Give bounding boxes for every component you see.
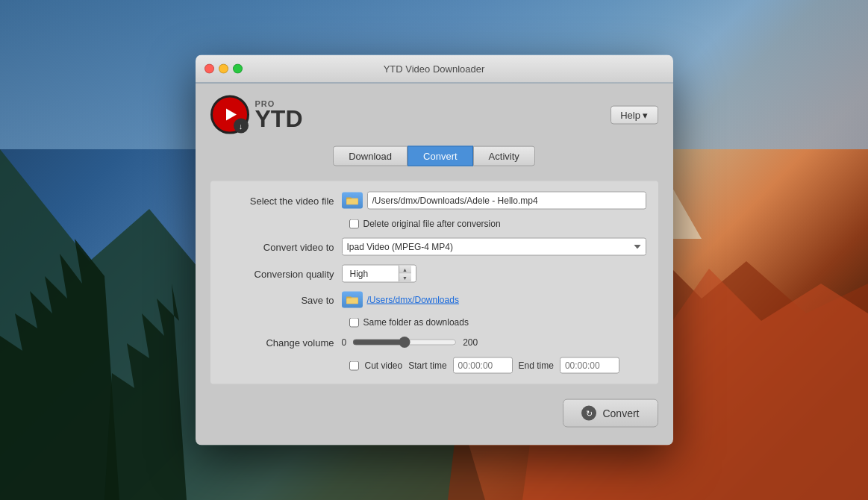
convert-icon: ↻ bbox=[581, 406, 596, 421]
form-section: Select the video file Delete original f bbox=[210, 181, 658, 384]
same-folder-checkbox[interactable] bbox=[349, 317, 359, 327]
convert-to-row: Convert video to Ipad Video (MPEG-4 MP4)… bbox=[222, 238, 646, 256]
convert-to-select[interactable]: Ipad Video (MPEG-4 MP4) MP3 Audio AVI Vi… bbox=[342, 238, 646, 256]
stepper-arrows: ▲ ▼ bbox=[399, 266, 411, 282]
volume-min: 0 bbox=[342, 337, 347, 348]
download-arrow-icon: ↓ bbox=[234, 119, 249, 134]
volume-max: 200 bbox=[463, 337, 478, 348]
logo-ytd-label: YTD bbox=[255, 107, 303, 131]
title-bar: YTD Video Downloader bbox=[196, 55, 673, 84]
tab-activity[interactable]: Activity bbox=[473, 146, 535, 166]
quality-content: High ▲ ▼ bbox=[342, 265, 646, 283]
file-path-input[interactable] bbox=[367, 192, 646, 210]
cut-video-checkbox[interactable] bbox=[349, 360, 359, 370]
svg-rect-12 bbox=[347, 299, 357, 304]
save-to-content: /Users/dmx/Downloads bbox=[342, 292, 646, 308]
help-button[interactable]: Help ▾ bbox=[611, 105, 658, 124]
end-time-input[interactable] bbox=[560, 357, 619, 374]
end-time-label: End time bbox=[519, 360, 554, 371]
quality-value: High bbox=[347, 269, 399, 279]
start-time-label: Start time bbox=[408, 360, 446, 371]
save-to-label: Save to bbox=[222, 294, 342, 305]
window-header: ↓ PRO YTD Help ▾ bbox=[210, 96, 658, 134]
convert-button[interactable]: ↻ Convert bbox=[563, 399, 658, 428]
file-select-row: Select the video file bbox=[222, 192, 646, 210]
maximize-button[interactable] bbox=[233, 64, 243, 74]
tab-download[interactable]: Download bbox=[333, 146, 408, 166]
quality-stepper: High ▲ ▼ bbox=[342, 265, 416, 283]
logo-icon: ↓ bbox=[210, 96, 249, 134]
quality-row: Conversion quality High ▲ ▼ bbox=[222, 265, 646, 283]
cut-video-label: Cut video bbox=[365, 360, 403, 371]
tab-convert[interactable]: Convert bbox=[408, 146, 473, 166]
close-button[interactable] bbox=[204, 64, 214, 74]
stepper-up[interactable]: ▲ bbox=[399, 266, 411, 274]
logo-text: PRO YTD bbox=[255, 99, 303, 131]
stepper-down[interactable]: ▼ bbox=[399, 274, 411, 282]
convert-button-row: ↻ Convert bbox=[210, 399, 658, 428]
file-select-label: Select the video file bbox=[222, 195, 342, 206]
quality-label: Conversion quality bbox=[222, 268, 342, 279]
delete-original-row: Delete original file after conversion bbox=[349, 219, 646, 229]
file-browse-button[interactable] bbox=[342, 193, 363, 209]
convert-button-label: Convert bbox=[602, 407, 639, 419]
window-body: ↓ PRO YTD Help ▾ Download Convert Activi… bbox=[196, 84, 673, 446]
cut-video-row: Cut video Start time End time bbox=[349, 357, 646, 374]
app-window: YTD Video Downloader ↓ PRO YTD Help ▾ bbox=[196, 55, 673, 446]
save-browse-button[interactable] bbox=[342, 292, 363, 308]
minimize-button[interactable] bbox=[219, 64, 228, 74]
same-folder-label: Same folder as downloads bbox=[363, 317, 469, 328]
logo-area: ↓ PRO YTD bbox=[210, 96, 303, 134]
window-title: YTD Video Downloader bbox=[384, 63, 485, 75]
tab-bar: Download Convert Activity bbox=[210, 146, 658, 166]
start-time-input[interactable] bbox=[453, 357, 513, 374]
traffic-lights bbox=[204, 64, 243, 74]
save-path-link[interactable]: /Users/dmx/Downloads bbox=[367, 295, 459, 305]
volume-row: Change volume 0 200 bbox=[222, 337, 646, 349]
delete-original-checkbox[interactable] bbox=[349, 219, 359, 228]
save-to-row: Save to /Users/dmx/Downloads bbox=[222, 292, 646, 308]
convert-to-label: Convert video to bbox=[222, 241, 342, 252]
same-folder-row: Same folder as downloads bbox=[349, 317, 646, 328]
folder-icon bbox=[346, 296, 358, 304]
volume-slider[interactable] bbox=[352, 337, 457, 349]
volume-content: 0 200 bbox=[342, 337, 646, 349]
file-input-area bbox=[342, 192, 646, 210]
volume-label: Change volume bbox=[222, 337, 342, 348]
delete-original-label: Delete original file after conversion bbox=[363, 219, 501, 229]
folder-icon bbox=[346, 196, 358, 205]
convert-to-content: Ipad Video (MPEG-4 MP4) MP3 Audio AVI Vi… bbox=[342, 238, 646, 256]
logo-circle: ↓ bbox=[210, 96, 249, 134]
svg-rect-9 bbox=[347, 199, 357, 204]
